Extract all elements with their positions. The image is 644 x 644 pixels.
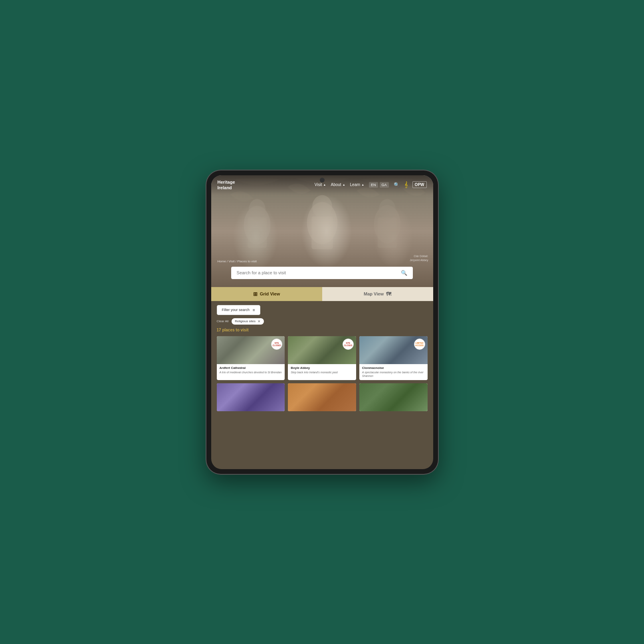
- grid-icon: ⊞: [253, 291, 258, 297]
- device-camera: [320, 178, 325, 182]
- filter-button-label: Filter your search: [222, 308, 250, 312]
- harp-icon: 𝄞: [404, 181, 408, 188]
- search-bar-container: 🔍: [211, 267, 433, 279]
- card-5-image: [288, 383, 356, 411]
- filter-tag-remove[interactable]: ✕: [258, 319, 261, 323]
- search-submit-icon[interactable]: 🔍: [401, 270, 407, 276]
- card-4[interactable]: [217, 383, 285, 411]
- filter-tag-label: Religious sites: [235, 319, 256, 323]
- card-boyle-image: SITECLOSED: [288, 336, 356, 364]
- logo-area: Heritage Ireland: [218, 179, 315, 191]
- grid-view-label: Grid View: [260, 291, 280, 296]
- card-ardfert-image: SITECLOSED: [217, 336, 285, 364]
- svg-point-4: [312, 195, 332, 218]
- card-ardfert-desc: A trio of medieval churches devoted to S…: [220, 371, 282, 374]
- card-clonmacnoise-badge: LIMITEDACCESS: [414, 339, 425, 350]
- breadcrumb-home[interactable]: Home: [218, 260, 226, 263]
- breadcrumb-visit[interactable]: Visit: [229, 260, 235, 263]
- active-filters: Clear All Religious sites ✕: [217, 318, 428, 325]
- map-view-label: Map View: [364, 291, 384, 296]
- logo-line2: Ireland: [218, 185, 315, 190]
- nav-about[interactable]: About ▲: [331, 182, 345, 187]
- photo-credit-line2: Jerpoint Abbey: [410, 258, 428, 262]
- learn-chevron: ▲: [361, 183, 364, 186]
- content-area: Filter your search ≡ Clear All Religious…: [211, 301, 433, 415]
- photo-credit: Clár Dóitail: Jerpoint Abbey: [410, 254, 428, 262]
- svg-rect-8: [377, 217, 396, 248]
- card-boyle[interactable]: SITECLOSED Boyle Abbey Step back into Ir…: [288, 336, 356, 380]
- grid-view-tab[interactable]: ⊞ Grid View: [211, 287, 322, 301]
- lang-switcher: EN GA: [369, 182, 389, 188]
- map-icon: 🗺: [386, 291, 391, 297]
- card-ardfert[interactable]: SITECLOSED Ardfert Cathedral A trio of m…: [217, 336, 285, 380]
- breadcrumb-current: Places to visit: [237, 260, 257, 263]
- card-clonmacnoise-image: LIMITEDACCESS: [359, 336, 428, 364]
- card-boyle-info: Boyle Abbey Step back into Ireland's mon…: [288, 364, 356, 376]
- card-boyle-desc: Step back into Ireland's monastic past: [291, 371, 353, 374]
- filter-icon: ≡: [253, 308, 255, 312]
- card-ardfert-info: Ardfert Cathedral A trio of medieval chu…: [217, 364, 285, 376]
- screen: Heritage Ireland Visit ▲ About ▲ Learn ▲: [211, 175, 433, 469]
- card-5-bg: [288, 383, 356, 411]
- card-clonmacnoise-info: Clonmacnoise A spectacular monastery on …: [359, 364, 428, 380]
- logo-line1: Heritage: [218, 179, 315, 185]
- card-5[interactable]: [288, 383, 356, 411]
- nav-visit[interactable]: Visit ▲: [315, 182, 326, 187]
- nav-links: Visit ▲ About ▲ Learn ▲ EN GA: [315, 181, 427, 188]
- card-clonmacnoise[interactable]: LIMITEDACCESS Clonmacnoise A spectacular…: [359, 336, 428, 380]
- clear-all-button[interactable]: Clear All: [217, 319, 229, 323]
- filter-tag-religious-sites: Religious sites ✕: [232, 318, 264, 325]
- card-ardfert-title: Ardfert Cathedral: [220, 366, 282, 370]
- view-toggle: ⊞ Grid View Map View 🗺: [211, 287, 433, 301]
- breadcrumb: Home / Visit / Places to visit: [218, 260, 257, 263]
- search-input[interactable]: [237, 270, 398, 275]
- opw-logo: OPW: [412, 181, 427, 188]
- card-6[interactable]: [359, 383, 428, 411]
- hero-section: Heritage Ireland Visit ▲ About ▲ Learn ▲: [211, 175, 433, 287]
- search-icon[interactable]: 🔍: [394, 182, 400, 188]
- svg-point-7: [378, 199, 395, 220]
- device-frame: Heritage Ireland Visit ▲ About ▲ Learn ▲: [206, 170, 438, 474]
- card-clonmacnoise-title: Clonmacnoise: [362, 366, 425, 370]
- card-clonmacnoise-desc: A spectacular monastery on the banks of …: [362, 371, 425, 378]
- card-ardfert-badge: SITECLOSED: [271, 339, 282, 350]
- card-4-image: [217, 383, 285, 411]
- svg-rect-5: [311, 216, 333, 249]
- svg-point-1: [248, 199, 265, 220]
- map-view-tab[interactable]: Map View 🗺: [322, 287, 433, 301]
- cards-grid: SITECLOSED Ardfert Cathedral A trio of m…: [217, 336, 428, 411]
- lang-ga-button[interactable]: GA: [380, 182, 389, 188]
- card-4-bg: [217, 383, 285, 411]
- lang-en-button[interactable]: EN: [369, 182, 378, 188]
- photo-credit-line1: Clár Dóitail:: [410, 254, 428, 258]
- card-6-image: [359, 383, 428, 411]
- filter-button[interactable]: Filter your search ≡: [217, 305, 260, 315]
- card-boyle-title: Boyle Abbey: [291, 366, 353, 370]
- results-count: 17 places to visit: [217, 328, 428, 332]
- about-chevron: ▲: [343, 183, 345, 186]
- search-bar: 🔍: [231, 267, 413, 279]
- visit-chevron: ▲: [323, 183, 326, 186]
- card-6-bg: [359, 383, 428, 411]
- svg-rect-2: [248, 217, 267, 248]
- nav-learn[interactable]: Learn ▲: [350, 182, 365, 187]
- card-boyle-badge: SITECLOSED: [343, 339, 354, 350]
